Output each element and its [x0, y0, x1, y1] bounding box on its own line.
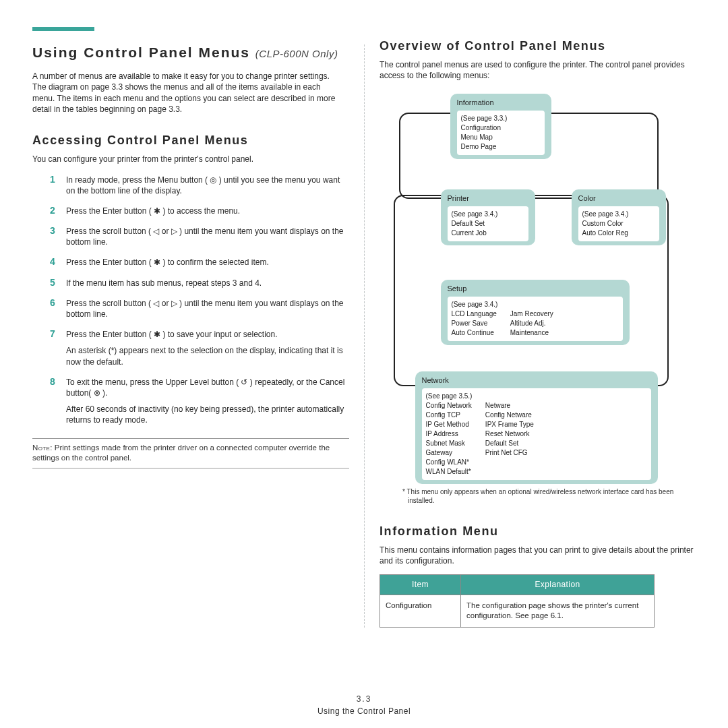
diagram-printer: Printer (See page 3.4.) Default Set Curr…: [441, 189, 535, 245]
accent-bar: [32, 27, 94, 31]
right-column: Overview of Control Panel Menus The cont…: [380, 38, 696, 628]
diagram-footnote: * This menu only appears when an optiona…: [402, 487, 686, 506]
note: Note: Print settings made from the print…: [32, 443, 349, 464]
step-2: Press the Enter button ( ✱ ) to access t…: [50, 206, 349, 216]
step-8-extra: After 60 seconds of inactivity (no key b…: [66, 404, 349, 425]
step-1: In ready mode, press the Menu button ( ◎…: [50, 175, 349, 196]
note-rule-top: [32, 438, 349, 439]
step-7-extra: An asterisk (*) appears next to the sele…: [66, 345, 349, 367]
table-cell-explanation: The configuration page shows the printer…: [461, 595, 655, 627]
diagram-setup: Setup (See page 3.4.) LCD Language Power…: [441, 280, 630, 345]
column-divider: [364, 44, 365, 628]
page-footer: 3.3 Using the Control Panel: [0, 694, 728, 716]
note-label: Note: [32, 444, 50, 452]
title-model: (CLP-600N Only): [255, 48, 338, 59]
footer-caption: Using the Control Panel: [0, 706, 728, 716]
step-7: Press the Enter button ( ✱ ) to save you…: [50, 329, 349, 367]
steps-list: In ready mode, press the Menu button ( ◎…: [32, 175, 349, 426]
table-header-explanation: Explanation: [461, 575, 655, 595]
note-rule-bottom: [32, 468, 349, 468]
step-6: Press the scroll button ( ◁ or ▷ ) until…: [50, 298, 349, 320]
access-lead: You can configure your printer from the …: [32, 154, 349, 164]
step-4: Press the Enter button ( ✱ ) to confirm …: [50, 257, 349, 268]
table-header-item: Item: [380, 575, 461, 595]
step-8: To exit the menu, press the Upper Level …: [50, 377, 349, 426]
title-prefix: Using Control Panel Menus: [32, 44, 255, 60]
section-overview-title: Overview of Control Panel Menus: [380, 38, 696, 54]
diagram-network: Network (See page 3.5.) Config Network C…: [415, 371, 658, 484]
intro-paragraph: A number of menus are available to make …: [32, 71, 342, 115]
table-cell-item: Configuration: [380, 595, 461, 627]
step-5: If the menu item has sub menus, repeat s…: [50, 278, 349, 289]
information-desc: This menu contains information pages tha…: [380, 545, 696, 566]
menu-diagram: Information (See page 3.3.) Configuratio…: [390, 90, 686, 481]
table-row: Configuration The configuration page sho…: [380, 595, 655, 627]
page-number: 3.3: [0, 694, 728, 704]
note-text: : Print settings made from the printer d…: [32, 444, 330, 462]
diagram-information: Information (See page 3.3.) Configuratio…: [450, 94, 551, 159]
diagram-color: Color (See page 3.4.) Custom Color Auto …: [572, 189, 666, 245]
left-column: Using Control Panel Menus (CLP-600N Only…: [32, 38, 349, 628]
information-table: Item Explanation Configuration The confi…: [380, 574, 655, 627]
section-accessing-title: Accessing Control Panel Menus: [32, 132, 349, 148]
step-3: Press the scroll button ( ◁ or ▷ ) until…: [50, 226, 349, 247]
overview-lead: The control panel menus are used to conf…: [380, 59, 696, 81]
section-information-title: Information Menu: [380, 523, 696, 539]
page-title: Using Control Panel Menus (CLP-600N Only…: [32, 43, 349, 61]
